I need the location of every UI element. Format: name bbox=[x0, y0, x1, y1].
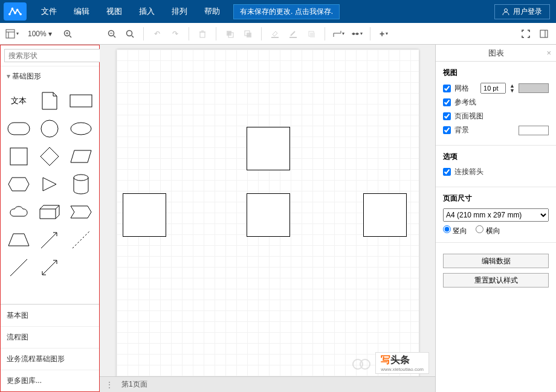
svg-rect-23 bbox=[247, 33, 251, 37]
svg-point-2 bbox=[14, 12, 16, 14]
menu-help[interactable]: 帮助 bbox=[196, 0, 228, 23]
shape-circle[interactable] bbox=[37, 118, 63, 140]
page-tab-1[interactable]: 第1页面 bbox=[121, 379, 147, 390]
svg-rect-36 bbox=[70, 95, 92, 107]
page-tabbar: ⋮ 第1页面 bbox=[100, 376, 435, 392]
grid-size-input[interactable] bbox=[480, 83, 506, 94]
svg-point-38 bbox=[41, 120, 58, 137]
fullscreen-icon[interactable] bbox=[519, 27, 533, 41]
page-tabs-menu-icon[interactable]: ⋮ bbox=[103, 381, 115, 389]
pagesize-select[interactable]: A4 (210 mm x 297 mm) bbox=[443, 208, 549, 222]
shape-cube[interactable] bbox=[37, 201, 63, 223]
menu-file[interactable]: 文件 bbox=[33, 0, 65, 23]
grid-label: 网格 bbox=[454, 83, 477, 94]
to-back-icon[interactable] bbox=[241, 27, 255, 41]
cat-basic[interactable]: 基本图 bbox=[1, 304, 99, 326]
delete-icon[interactable] bbox=[195, 27, 210, 41]
canvas-shape-rect[interactable] bbox=[123, 193, 166, 237]
app-logo[interactable] bbox=[4, 2, 27, 21]
shape-triangle[interactable] bbox=[37, 173, 63, 195]
orient-landscape-radio[interactable]: 横向 bbox=[476, 225, 500, 236]
svg-rect-18 bbox=[200, 32, 205, 37]
watermark: 写头条 www.xietoutiao.com bbox=[352, 352, 429, 374]
canvas-shape-rect[interactable] bbox=[247, 193, 290, 237]
shape-ellipse[interactable] bbox=[68, 118, 94, 140]
connect-arrow-checkbox[interactable] bbox=[443, 168, 451, 176]
connector-icon[interactable]: ▾ bbox=[331, 27, 346, 41]
shape-arrow[interactable] bbox=[37, 229, 63, 251]
shape-parallelogram[interactable] bbox=[68, 146, 94, 167]
shape-cylinder[interactable] bbox=[68, 173, 94, 195]
format-panel: 图表 × 视图 网格 ▲▼ 参考线 页面视图 背景 bbox=[435, 45, 556, 392]
watermark-url: www.xietoutiao.com bbox=[381, 367, 424, 372]
menu-edit[interactable]: 编辑 bbox=[65, 0, 98, 23]
zoom-level[interactable]: 100% ▾ bbox=[25, 30, 54, 38]
svg-point-0 bbox=[8, 13, 11, 16]
shape-dashed-line[interactable] bbox=[68, 229, 94, 251]
background-color-swatch[interactable] bbox=[519, 126, 549, 135]
format-panel-icon[interactable] bbox=[537, 27, 551, 41]
canvas-shape-rect[interactable] bbox=[247, 127, 290, 170]
orient-portrait-radio[interactable]: 竖向 bbox=[443, 225, 467, 236]
cat-bpmn[interactable]: 业务流程基础图形 bbox=[1, 348, 99, 370]
insert-icon[interactable]: +▾ bbox=[377, 27, 391, 41]
grid-checkbox[interactable] bbox=[443, 85, 451, 92]
svg-point-47 bbox=[360, 359, 370, 369]
user-login-button[interactable]: 用户登录 bbox=[494, 4, 550, 19]
edit-data-button[interactable]: 编辑数据 bbox=[443, 254, 549, 268]
shape-double-arrow[interactable] bbox=[37, 257, 63, 278]
pageview-checkbox[interactable] bbox=[443, 112, 451, 120]
shape-cloud[interactable] bbox=[5, 201, 32, 223]
shape-square[interactable] bbox=[5, 146, 32, 167]
close-icon[interactable]: × bbox=[546, 48, 551, 57]
shape-trapezoid[interactable] bbox=[5, 229, 32, 251]
page[interactable] bbox=[117, 50, 419, 392]
to-front-icon[interactable] bbox=[222, 27, 237, 41]
waypoint-icon[interactable]: ▾ bbox=[349, 27, 364, 41]
grid-stepper-icon[interactable]: ▲▼ bbox=[509, 83, 515, 93]
search-shapes-input[interactable] bbox=[4, 49, 103, 62]
svg-point-30 bbox=[352, 33, 355, 35]
unsaved-notice[interactable]: 有未保存的更改. 点击我保存. bbox=[233, 4, 340, 19]
zoom-in-icon[interactable] bbox=[60, 27, 75, 41]
category-basic-shapes[interactable]: 基础图形 bbox=[1, 66, 99, 86]
background-checkbox[interactable] bbox=[443, 126, 451, 134]
cat-more[interactable]: 更多图库... bbox=[1, 370, 99, 391]
shape-step[interactable] bbox=[68, 201, 94, 223]
section-pagesize-title: 页面尺寸 bbox=[443, 193, 549, 204]
canvas-shape-rect[interactable] bbox=[363, 193, 407, 237]
canvas-area[interactable]: ⋮ 第1页面 写头条 www.xietoutiao.com bbox=[100, 45, 435, 392]
svg-point-39 bbox=[71, 123, 91, 135]
cat-flowchart[interactable]: 流程图 bbox=[1, 326, 99, 348]
section-options-title: 选项 bbox=[443, 152, 549, 162]
watermark-title-a: 写 bbox=[381, 355, 390, 365]
shape-text[interactable]: 文本 bbox=[5, 90, 32, 112]
shape-rectangle[interactable] bbox=[68, 90, 94, 112]
shape-line[interactable] bbox=[5, 257, 32, 278]
shadow-icon[interactable] bbox=[304, 27, 318, 41]
user-icon bbox=[502, 8, 509, 15]
svg-rect-32 bbox=[540, 30, 548, 37]
shape-note[interactable] bbox=[37, 90, 63, 112]
svg-line-45 bbox=[42, 260, 57, 275]
fill-color-icon[interactable] bbox=[268, 27, 282, 41]
format-title: 图表 bbox=[488, 48, 504, 59]
guides-checkbox[interactable] bbox=[443, 98, 451, 106]
shape-diamond[interactable] bbox=[37, 146, 63, 167]
shape-rounded-rect[interactable] bbox=[5, 118, 32, 140]
menu-view[interactable]: 视图 bbox=[98, 0, 131, 23]
undo-icon[interactable]: ↶ bbox=[150, 27, 164, 41]
layout-icon[interactable]: ▾ bbox=[5, 27, 19, 41]
zoom-out-icon[interactable] bbox=[105, 27, 119, 41]
shape-hexagon[interactable] bbox=[5, 173, 32, 195]
shapes-sidebar: 基础图形 文本 bbox=[0, 45, 100, 392]
grid-color-swatch[interactable] bbox=[519, 83, 549, 93]
reset-style-button[interactable]: 重置默认样式 bbox=[443, 273, 549, 288]
svg-line-14 bbox=[114, 36, 115, 37]
menu-arrange[interactable]: 排列 bbox=[163, 0, 196, 23]
line-color-icon[interactable] bbox=[286, 27, 300, 41]
redo-icon[interactable]: ↷ bbox=[168, 27, 183, 41]
zoom-fit-icon[interactable] bbox=[123, 27, 137, 41]
menu-insert[interactable]: 插入 bbox=[131, 0, 163, 23]
svg-rect-40 bbox=[10, 148, 27, 165]
